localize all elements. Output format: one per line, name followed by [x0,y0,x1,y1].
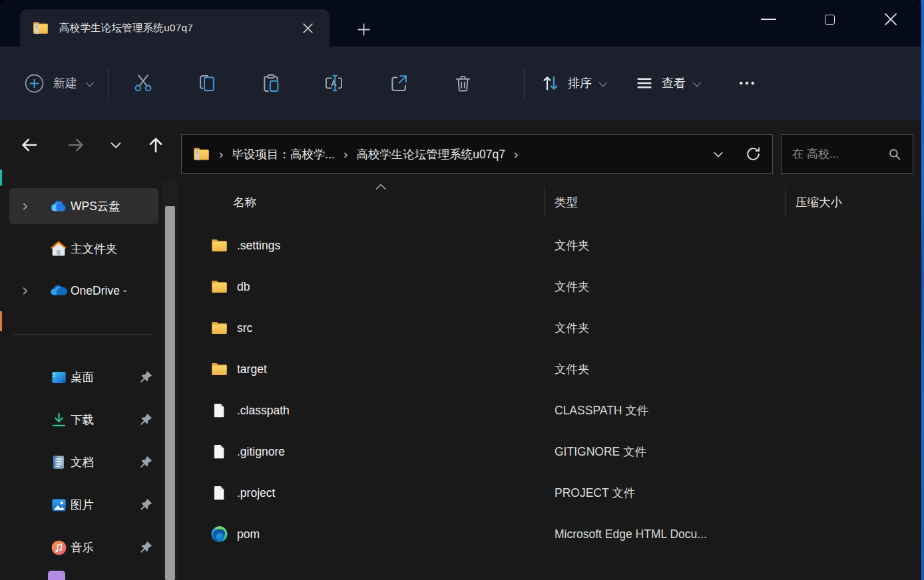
view-button[interactable]: 查看 [634,73,699,93]
zip-folder-icon [192,145,210,163]
new-tab-button[interactable] [351,19,375,40]
share-button[interactable] [380,65,417,102]
up-button[interactable] [141,130,170,160]
breadcrumb-current[interactable]: 高校学生论坛管理系统u07q7 [356,146,505,162]
sidebar-item-label: 文档 [71,454,94,470]
file-row[interactable]: db 文件夹 [178,266,917,307]
column-separator[interactable] [786,186,786,217]
search-input[interactable] [792,148,887,161]
breadcrumb-chevron[interactable]: › [505,148,527,160]
column-header-compressed-size[interactable]: 压缩大小 [796,194,842,210]
close-button[interactable] [860,0,921,39]
chevron-down-icon [599,78,608,86]
file-name: .settings [237,239,280,253]
file-type: 文件夹 [555,237,590,253]
file-row[interactable]: .gitignore GITIGNORE 文件 [178,431,917,472]
minimize-button[interactable] [738,0,799,39]
paste-icon [260,72,282,94]
file-name: pom [237,527,260,541]
back-button[interactable] [15,130,44,160]
pin-icon [138,540,153,555]
column-headers: 名称 类型 压缩大小 [178,181,921,221]
trash-icon [453,73,473,94]
column-separator[interactable] [545,186,545,217]
address-dropdown-button[interactable] [712,148,725,161]
chevron-down-icon [693,78,702,86]
maximize-icon [825,15,835,25]
column-header-type[interactable]: 类型 [555,194,578,210]
file-type: Microsoft Edge HTML Docu... [555,527,707,541]
window-controls [738,0,921,39]
background-window-sliver [0,170,2,186]
file-type: CLASSPATH 文件 [555,402,648,418]
sidebar-item-label: 音乐 [71,539,94,555]
file-row[interactable]: .settings 文件夹 [178,225,917,266]
tab-title: 高校学生论坛管理系统u07q7 [59,21,193,35]
chevron-right-icon[interactable] [20,202,31,212]
view-list-icon [634,73,654,93]
screen: 高校学生论坛管理系统u07q7 [0,0,924,580]
file-icon [210,484,228,502]
address-bar[interactable]: › 毕设项目：高校学... › 高校学生论坛管理系统u07q7 › [181,134,773,174]
delete-button[interactable] [444,65,481,102]
sidebar-item-label: 图片 [71,497,94,513]
sidebar-item-onedrive[interactable]: OneDrive - [0,273,162,309]
pin-icon [138,498,153,512]
file-row[interactable]: src 文件夹 [178,307,917,349]
file-row[interactable]: target 文件夹 [178,349,917,390]
more-options-button[interactable] [728,65,766,102]
sort-button[interactable]: 排序 [541,73,605,93]
file-name: .gitignore [237,445,285,459]
command-toolbar: 新建 [0,47,921,120]
file-row[interactable]: .classpath CLASSPATH 文件 [178,390,917,431]
search-icon[interactable] [887,147,902,162]
recent-locations-button[interactable] [101,130,130,160]
chevron-down-icon [86,78,95,86]
explorer-tab[interactable]: 高校学生论坛管理系统u07q7 [20,9,330,47]
column-header-name[interactable]: 名称 [233,194,256,210]
breadcrumb-chevron[interactable]: › [210,148,232,160]
sidebar-item-downloads[interactable]: 下载 [0,402,162,438]
sidebar-item-pictures[interactable]: 图片 [0,487,162,523]
cut-button[interactable] [124,65,162,102]
copy-button[interactable] [188,65,226,102]
navigation-pane: WPS云盘 主文件夹 [0,181,178,580]
sidebar-item-home[interactable]: 主文件夹 [0,231,162,267]
paste-button[interactable] [252,65,290,102]
file-name: .classpath [237,404,290,418]
sidebar-item-label: 桌面 [71,369,94,385]
tab-close-button[interactable] [298,18,318,38]
rename-icon [324,72,346,94]
file-icon [210,443,228,461]
view-label: 查看 [662,75,686,91]
breadcrumb-chevron[interactable]: › [335,148,356,160]
pin-icon [138,455,153,470]
pin-icon [138,370,153,384]
file-name: target [237,362,267,376]
folder-icon [210,278,228,296]
sidebar-item-desktop[interactable]: 桌面 [0,359,162,395]
sidebar-item-wps-cloud[interactable]: WPS云盘 [9,188,158,224]
rename-button[interactable] [316,65,353,102]
file-type: 文件夹 [555,279,590,295]
sidebar-scrollbar-thumb[interactable] [165,206,175,580]
chevron-right-icon[interactable] [20,286,31,296]
refresh-button[interactable] [745,146,762,162]
forward-button[interactable] [61,130,91,160]
arrow-up-icon [146,135,166,155]
file-explorer-window: 高校学生论坛管理系统u07q7 [0,0,921,580]
new-button[interactable]: 新建 [24,73,92,94]
sidebar-item-documents[interactable]: 文档 [0,444,162,480]
breadcrumb-parent[interactable]: 毕设项目：高校学... [232,146,335,162]
file-row[interactable]: pom Microsoft Edge HTML Docu... [178,513,917,555]
maximize-button[interactable] [799,0,860,39]
folder-icon [210,361,228,378]
ellipsis-icon [738,74,756,92]
file-row[interactable]: .project PROJECT 文件 [178,472,917,513]
sidebar-item-music[interactable]: 音乐 [0,529,162,565]
sort-label: 排序 [568,75,592,91]
file-icon [210,402,228,420]
folder-icon [210,319,228,337]
file-type: PROJECT 文件 [555,485,635,501]
new-button-label: 新建 [53,75,77,91]
